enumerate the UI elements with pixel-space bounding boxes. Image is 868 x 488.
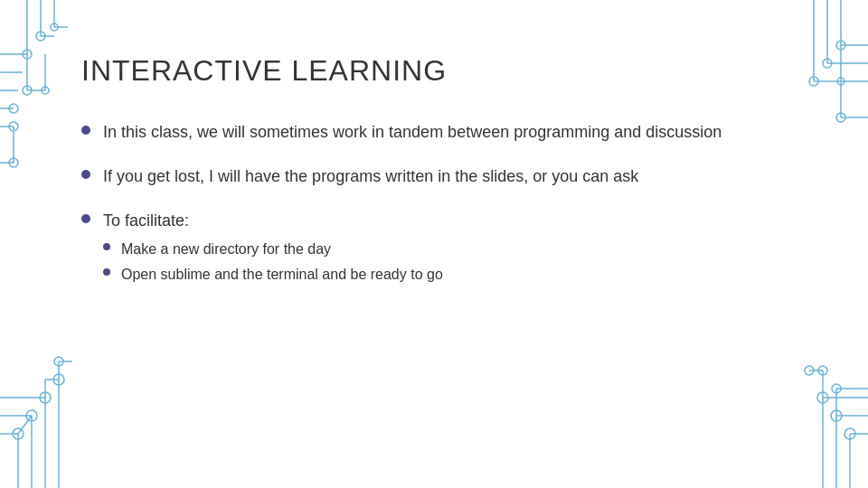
bullet-list: In this class, we will sometimes work in… <box>81 120 787 286</box>
circuit-bottom-left-decoration <box>0 307 90 488</box>
sub-dot-2 <box>103 268 110 276</box>
sub-text-1: Make a new directory for the day <box>121 239 331 260</box>
sub-bullet-list: Make a new directory for the day Open su… <box>103 239 787 286</box>
bullet-dot-2 <box>81 170 90 179</box>
slide: INTERACTIVE LEARNING In this class, we w… <box>0 0 868 488</box>
bullet-dot-3 <box>81 214 90 223</box>
list-item: If you get lost, I will have the program… <box>81 164 787 189</box>
sub-list-item: Make a new directory for the day <box>103 239 787 260</box>
circuit-bottom-right-decoration <box>778 307 868 488</box>
circuit-top-right-decoration <box>796 0 868 199</box>
circuit-top-left-decoration <box>0 0 72 199</box>
bullet-dot-1 <box>81 126 90 135</box>
bullet-text-3: To facilitate: <box>103 211 189 230</box>
sub-dot-1 <box>103 243 110 250</box>
main-content: INTERACTIVE LEARNING In this class, we w… <box>81 54 787 470</box>
sub-text-2: Open sublime and the terminal and be rea… <box>121 264 443 286</box>
bullet-text-1: In this class, we will sometimes work in… <box>103 120 787 145</box>
list-item: In this class, we will sometimes work in… <box>81 120 787 145</box>
bullet-text-3-container: To facilitate: Make a new directory for … <box>103 209 787 286</box>
bullet-text-2: If you get lost, I will have the program… <box>103 164 787 189</box>
list-item: To facilitate: Make a new directory for … <box>81 209 787 286</box>
sub-list-item: Open sublime and the terminal and be rea… <box>103 264 787 286</box>
slide-title: INTERACTIVE LEARNING <box>81 54 787 88</box>
svg-line-44 <box>18 416 32 434</box>
